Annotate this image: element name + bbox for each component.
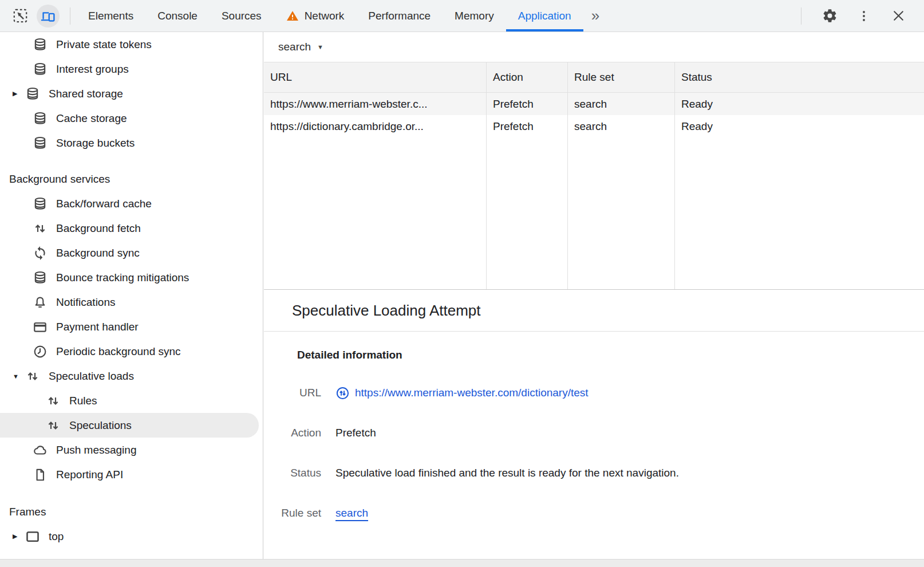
chevron-down-icon[interactable]: ▼ bbox=[11, 373, 25, 380]
table-cell-action[interactable]: Prefetch bbox=[487, 93, 568, 115]
toolbar-divider bbox=[801, 7, 801, 25]
table-cell-rule-set[interactable]: search bbox=[568, 115, 675, 137]
tab-performance[interactable]: Performance bbox=[356, 0, 443, 32]
sidebar-item-top-frame[interactable]: ▶ top bbox=[0, 524, 263, 549]
sidebar-item-label: Payment handler bbox=[56, 321, 139, 333]
sidebar-item-cache-storage[interactable]: Cache storage bbox=[0, 106, 263, 131]
sidebar-item-push-messaging[interactable]: Push messaging bbox=[0, 438, 263, 462]
toggle-device-toolbar-button[interactable] bbox=[37, 5, 60, 27]
sidebar-section-background-services: Background services bbox=[0, 167, 263, 191]
sidebar-item-shared-storage[interactable]: ▶ Shared storage bbox=[0, 81, 263, 106]
tab-application[interactable]: Application bbox=[506, 0, 583, 32]
ruleset-filter-dropdown[interactable]: search ▼ bbox=[278, 41, 323, 53]
attempt-details: Detailed information URL https://www.mer… bbox=[264, 349, 924, 521]
detail-field-rule-set: Rule set search bbox=[264, 506, 924, 521]
sidebar-item-private-state-tokens[interactable]: Private state tokens bbox=[0, 32, 263, 57]
sidebar-item-label: Back/forward cache bbox=[56, 198, 152, 210]
rule-set-link[interactable]: search bbox=[335, 506, 368, 521]
sidebar-item-label: Speculations bbox=[69, 419, 132, 432]
settings-button[interactable] bbox=[820, 6, 839, 26]
bottom-edge-strip bbox=[0, 559, 924, 567]
speculative-load-url-icon bbox=[335, 386, 350, 400]
chevron-right-icon[interactable]: ▶ bbox=[11, 90, 25, 97]
table-cell-url[interactable]: https://www.merriam-webster.c... bbox=[264, 93, 487, 115]
close-icon bbox=[891, 9, 906, 23]
sidebar-section-frames: Frames bbox=[0, 499, 263, 524]
sidebar-item-speculative-loads[interactable]: ▼ Speculative loads bbox=[0, 364, 263, 388]
attempt-url-link[interactable]: https://www.merriam-webster.com/dictiona… bbox=[355, 385, 589, 400]
up-down-arrows-icon bbox=[25, 369, 40, 384]
tab-memory[interactable]: Memory bbox=[443, 0, 506, 32]
table-cell-action[interactable]: Prefetch bbox=[487, 115, 568, 137]
sidebar-item-label: Periodic background sync bbox=[56, 345, 181, 358]
speculations-toolbar: search ▼ bbox=[264, 32, 924, 62]
table-cell-status[interactable]: Ready bbox=[675, 93, 924, 115]
database-icon bbox=[33, 62, 48, 77]
sidebar-item-label: Reporting API bbox=[56, 468, 123, 481]
sidebar-item-reporting-api[interactable]: Reporting API bbox=[0, 462, 263, 487]
sidebar-item-label: Storage buckets bbox=[56, 137, 135, 149]
more-tabs-icon[interactable]: » bbox=[583, 0, 607, 32]
database-icon bbox=[33, 37, 48, 52]
table-cell-url[interactable]: https://dictionary.cambridge.or... bbox=[264, 115, 487, 137]
sync-icon bbox=[33, 246, 48, 261]
speculations-table: URL Action Rule set Status https://www.m… bbox=[264, 62, 924, 290]
database-icon bbox=[33, 136, 48, 151]
database-icon bbox=[33, 270, 48, 285]
close-devtools-button[interactable] bbox=[889, 6, 908, 26]
inspect-element-button[interactable] bbox=[10, 6, 30, 26]
action-label: Action bbox=[264, 426, 321, 440]
sidebar-item-periodic-background-sync[interactable]: Periodic background sync bbox=[0, 339, 263, 364]
database-icon bbox=[33, 111, 48, 126]
database-icon bbox=[33, 196, 48, 211]
sidebar-item-back-forward-cache[interactable]: Back/forward cache bbox=[0, 191, 263, 216]
sidebar-item-label: Background fetch bbox=[56, 222, 141, 235]
sidebar-item-payment-handler[interactable]: Payment handler bbox=[0, 314, 263, 339]
document-icon bbox=[33, 467, 48, 482]
attempt-section-title: Speculative Loading Attempt bbox=[264, 290, 924, 332]
tab-sources[interactable]: Sources bbox=[210, 0, 274, 32]
tab-console[interactable]: Console bbox=[145, 0, 210, 32]
up-down-arrows-icon bbox=[46, 418, 61, 433]
column-header-rule-set[interactable]: Rule set bbox=[568, 62, 675, 93]
sidebar-item-storage-buckets[interactable]: Storage buckets bbox=[0, 131, 263, 155]
application-sidebar: Private state tokens Interest groups ▶ S… bbox=[0, 32, 263, 559]
detail-field-status: Status Speculative load finished and the… bbox=[264, 466, 924, 481]
sidebar-item-bounce-tracking-mitigations[interactable]: Bounce tracking mitigations bbox=[0, 265, 263, 290]
devtools-window: Elements Console Sources Network Perform… bbox=[0, 0, 924, 567]
toolbar-divider bbox=[70, 7, 70, 25]
sidebar-item-label: Push messaging bbox=[56, 444, 136, 456]
sidebar-item-label: Background sync bbox=[56, 247, 140, 259]
table-cell-status[interactable]: Ready bbox=[675, 115, 924, 137]
column-header-status[interactable]: Status bbox=[675, 62, 924, 93]
sidebar-item-background-sync[interactable]: Background sync bbox=[0, 241, 263, 265]
tab-network[interactable]: Network bbox=[274, 0, 357, 32]
frame-icon bbox=[25, 529, 40, 544]
ruleset-filter-value: search bbox=[278, 41, 311, 53]
table-filler bbox=[264, 137, 487, 289]
sidebar-item-notifications[interactable]: Notifications bbox=[0, 290, 263, 314]
table-cell-rule-set[interactable]: search bbox=[568, 93, 675, 115]
sidebar-item-rules[interactable]: Rules bbox=[0, 388, 263, 413]
clock-icon bbox=[33, 344, 48, 359]
sidebar-item-label: Rules bbox=[69, 395, 97, 407]
sidebar-item-background-fetch[interactable]: Background fetch bbox=[0, 216, 263, 241]
sidebar-item-speculations[interactable]: Speculations bbox=[0, 413, 259, 438]
column-header-action[interactable]: Action bbox=[487, 62, 568, 93]
column-header-url[interactable]: URL bbox=[264, 62, 487, 93]
action-value: Prefetch bbox=[335, 426, 376, 440]
detailed-information-heading: Detailed information bbox=[297, 349, 924, 361]
detail-field-url: URL https://www.merriam-webster.com/dict… bbox=[264, 385, 924, 400]
sidebar-item-interest-groups[interactable]: Interest groups bbox=[0, 57, 263, 81]
sidebar-item-label: top bbox=[49, 530, 64, 543]
rule-set-label: Rule set bbox=[264, 506, 321, 521]
devtools-menu-button[interactable] bbox=[854, 6, 874, 26]
kebab-menu-icon bbox=[857, 9, 871, 23]
table-filler bbox=[487, 137, 568, 289]
chevron-right-icon[interactable]: ▶ bbox=[11, 533, 25, 540]
tab-elements[interactable]: Elements bbox=[76, 0, 145, 32]
devtools-toolbar: Elements Console Sources Network Perform… bbox=[0, 0, 924, 32]
sidebar-item-label: Interest groups bbox=[56, 63, 129, 76]
status-value: Speculative load finished and the result… bbox=[335, 466, 679, 481]
gear-icon bbox=[822, 8, 838, 23]
